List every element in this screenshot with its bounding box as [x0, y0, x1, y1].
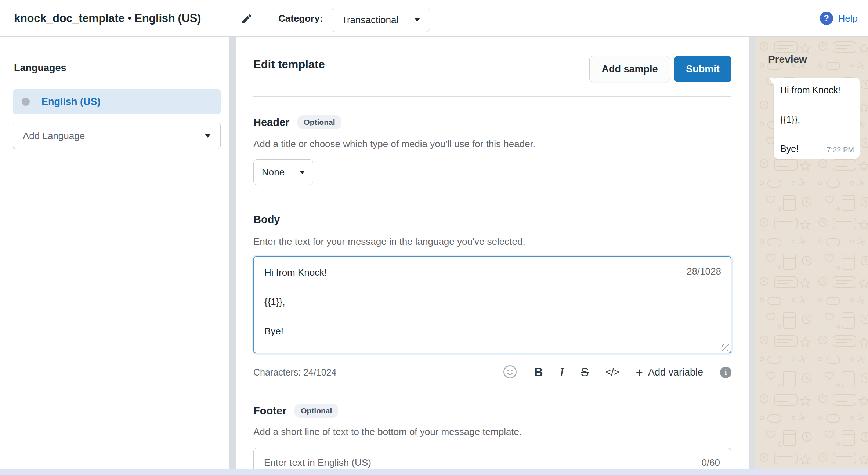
italic-icon[interactable]: I: [560, 363, 564, 381]
whatsapp-template-editor: knock_doc_template • English (US) Catego…: [0, 0, 868, 475]
footer-section-heading: Footer Optional: [253, 404, 338, 418]
help-link[interactable]: ? Help: [820, 0, 858, 37]
body-section-heading: Body: [253, 214, 280, 226]
optional-badge: Optional: [297, 115, 341, 129]
header-section-description: Add a title or choose which type of medi…: [253, 138, 535, 150]
divider: [253, 96, 731, 97]
characters-count-label: Characters: 24/1024: [253, 367, 337, 378]
body-textarea-container: Hi from Knock! {{1}}, Bye! 28/1028: [253, 256, 731, 353]
horizontal-scrollbar[interactable]: [0, 469, 868, 475]
top-bar: knock_doc_template • English (US) Catego…: [0, 0, 868, 37]
emoji-button[interactable]: [503, 363, 517, 381]
footer-character-counter: 0/60: [701, 457, 720, 468]
page-title: knock_doc_template • English (US): [14, 0, 201, 37]
add-sample-button[interactable]: Add sample: [589, 56, 670, 82]
category-value: Transactional: [341, 14, 398, 26]
preview-heading: Preview: [768, 54, 807, 65]
footer-section-title: Footer: [253, 405, 286, 417]
optional-badge: Optional: [294, 404, 338, 418]
message-line: Bye!: [780, 143, 799, 154]
footer-section-description: Add a short line of text to the bottom o…: [253, 426, 522, 438]
body-section-title: Body: [253, 214, 280, 226]
preview-panel: Preview Hi from Knock! {{1}}, Bye! 7:22 …: [755, 37, 868, 475]
body-character-counter: 28/1028: [687, 266, 721, 277]
sidebar-item-english-us[interactable]: English (US): [13, 89, 221, 114]
emoji-icon: [503, 365, 517, 380]
pencil-icon: [241, 20, 253, 26]
chevron-down-icon: [300, 171, 305, 174]
edit-template-panel: Edit template Add sample Submit Header O…: [236, 37, 749, 475]
header-section-heading: Header Optional: [253, 115, 341, 129]
message-bubble: Hi from Knock! {{1}}, Bye! 7:22 PM: [774, 78, 860, 159]
help-label: Help: [838, 13, 858, 24]
body-section-description: Enter the text for your message in the l…: [253, 236, 525, 247]
category-label: Category:: [278, 0, 323, 37]
bubble-tail: [769, 78, 774, 85]
body-textarea[interactable]: Hi from Knock! {{1}}, Bye!: [254, 257, 731, 353]
help-icon: ?: [820, 12, 833, 25]
add-variable-button[interactable]: + Add variable: [636, 363, 703, 381]
body-toolbar: Characters: 24/1024 B I S </>: [253, 362, 731, 382]
bold-icon[interactable]: B: [534, 363, 543, 381]
formatting-toolbar: B I S </> + Add variable i: [503, 363, 731, 381]
category-dropdown[interactable]: Transactional: [332, 8, 430, 32]
header-section-title: Header: [253, 116, 289, 128]
language-label: English (US): [41, 96, 101, 108]
plus-icon: +: [636, 366, 643, 378]
edit-template-name-button[interactable]: [239, 12, 254, 26]
chevron-down-icon: [414, 18, 420, 22]
code-icon[interactable]: </>: [606, 363, 619, 381]
main-panel-scrollbar[interactable]: [749, 37, 755, 475]
language-status-dot-icon: [22, 98, 30, 106]
add-language-placeholder: Add Language: [23, 130, 85, 142]
header-type-value: None: [262, 167, 285, 178]
message-line: {{1}},: [780, 114, 800, 125]
languages-sidebar: Languages English (US) Add Language: [0, 37, 229, 475]
header-type-dropdown[interactable]: None: [253, 159, 313, 185]
message-line: Hi from Knock!: [780, 84, 840, 95]
info-icon[interactable]: i: [720, 367, 731, 378]
strikethrough-icon[interactable]: S: [581, 363, 589, 381]
resize-handle[interactable]: [722, 344, 729, 351]
sidebar-scrollbar[interactable]: [229, 37, 236, 475]
add-variable-label: Add variable: [648, 367, 703, 378]
edit-template-title: Edit template: [253, 58, 325, 71]
add-language-dropdown[interactable]: Add Language: [13, 123, 221, 149]
chevron-down-icon: [205, 134, 211, 138]
languages-heading: Languages: [14, 62, 66, 74]
message-timestamp: 7:22 PM: [827, 146, 854, 154]
submit-button[interactable]: Submit: [674, 56, 731, 82]
